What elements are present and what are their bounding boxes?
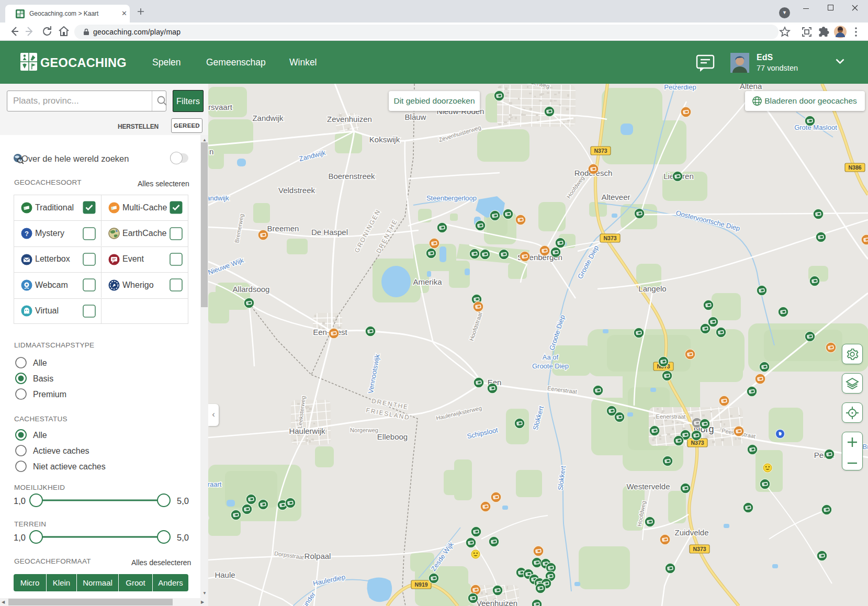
svg-text:Peizerdiep: Peizerdiep <box>664 84 696 91</box>
svg-text:n: n <box>209 147 213 156</box>
svg-text:Veenhuizen: Veenhuizen <box>477 599 517 606</box>
svg-text:Elleboog: Elleboog <box>377 432 408 441</box>
svg-text:Groote Diep: Groote Diep <box>532 362 569 370</box>
svg-text:Aa of: Aa of <box>543 353 559 361</box>
svg-text:Langelo: Langelo <box>638 284 666 293</box>
svg-text:Br: Br <box>863 443 868 451</box>
svg-text:Amerika: Amerika <box>413 277 442 286</box>
svg-text:Breemen: Breemen <box>267 224 299 233</box>
svg-text:Westervelde: Westervelde <box>626 482 670 491</box>
svg-text:N373: N373 <box>594 148 607 154</box>
svg-text:rsvaart: rsvaart <box>208 103 233 111</box>
svg-text:Kokswijk: Kokswijk <box>369 135 400 144</box>
svg-text:Haulerwijk: Haulerwijk <box>289 427 325 435</box>
svg-text:raart: raart <box>208 480 222 488</box>
svg-text:N373: N373 <box>693 546 706 552</box>
svg-text:N386: N386 <box>848 164 861 171</box>
svg-text:Altena: Altena <box>740 84 762 91</box>
svg-text:N373: N373 <box>603 235 616 241</box>
svg-text:Allardsoog: Allardsoog <box>233 285 270 294</box>
svg-text:De Haspel: De Haspel <box>311 228 348 237</box>
svg-text:andwijk: andwijk <box>208 194 229 202</box>
svg-text:Zuidvelde: Zuidvelde <box>674 528 708 537</box>
svg-text:N919: N919 <box>414 581 427 588</box>
svg-text:Alteveer: Alteveer <box>601 193 630 201</box>
svg-text:Zandwijk: Zandwijk <box>252 114 284 122</box>
svg-text:Norgerweg: Norgerweg <box>350 427 378 433</box>
svg-text:Veldstreek: Veldstreek <box>278 186 315 195</box>
svg-text:Zevenhuizen: Zevenhuizen <box>327 115 372 124</box>
svg-text:Haule: Haule <box>215 570 235 579</box>
svg-text:Grote Masloot: Grote Masloot <box>794 124 837 131</box>
svg-text:Steenbergerloop: Steenbergerloop <box>426 194 477 202</box>
svg-text:Boerenstreek: Boerenstreek <box>328 172 375 181</box>
svg-text:?: ? <box>25 230 29 238</box>
svg-text:Rolpaal: Rolpaal <box>305 552 331 560</box>
svg-text:Blauw: Blauw <box>405 113 426 121</box>
svg-text:Eenerstraat: Eenerstraat <box>656 413 686 420</box>
